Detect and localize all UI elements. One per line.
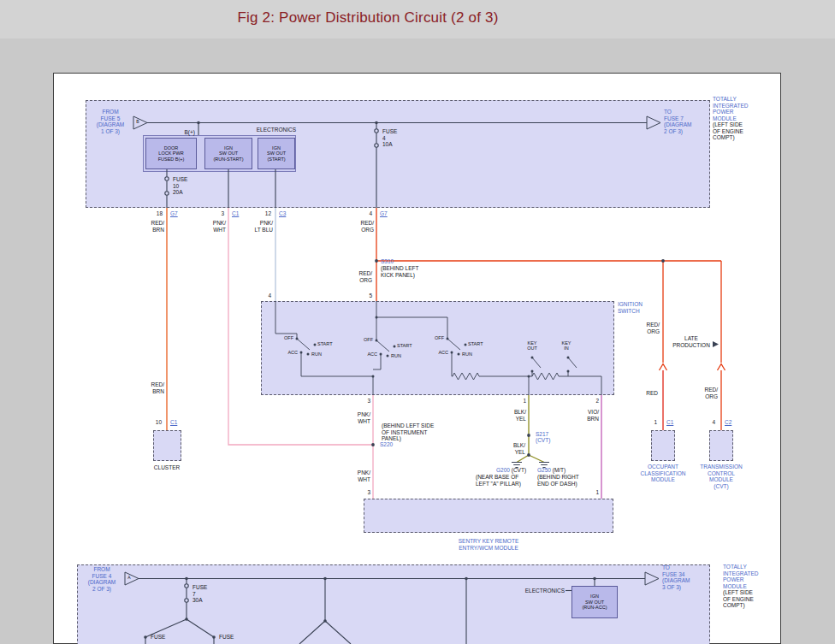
pos-acc-3: ACC (433, 350, 448, 355)
wire-label-red-org: RED/ ORG (350, 220, 374, 233)
ground-g250-name: G250 (537, 467, 551, 473)
cluster-name: CLUSTER (147, 464, 187, 471)
pos-acc-1: ACC (282, 350, 298, 355)
cluster-connector-c1: C1 (170, 419, 184, 426)
connector-c1: C1 (232, 210, 246, 217)
sentry-key-module-box (364, 499, 613, 533)
ignition-pin-1: 1 (514, 398, 526, 405)
tipm-top-name: TOTALLY INTEGRATED POWER MODULE (713, 96, 774, 121)
ocm-box (651, 430, 675, 461)
wire-label-vio-brn: VIO/ BRN (575, 409, 599, 422)
pos-start-2: START (397, 343, 418, 348)
ground-split-dot (527, 453, 530, 457)
output-door-lock-pwr-label: DOOR LOCK PWR FUSED B(+) (158, 145, 185, 162)
ignition-pin-4: 4 (259, 292, 271, 299)
ground-g200-location: (NEAR BASE OF LEFT "A" PILLAR) (476, 474, 534, 487)
red-org-junction-dot (661, 259, 665, 263)
wire-label-blk-yel: BLK/ YEL (502, 409, 526, 422)
ground-g200-note: (CVT) (512, 467, 526, 473)
ground-g250-note: (M/T) (553, 467, 566, 473)
wire-label-red-org-2: RED/ ORG (348, 270, 372, 283)
pin-18: 18 (151, 210, 163, 217)
connector-g7: G7 (170, 210, 184, 217)
output-ign-sw-out-run-start: IGN SW OUT (RUN-START) (204, 138, 252, 169)
pos-off-2: OFF (358, 337, 373, 342)
sentry-pin-3: 3 (358, 489, 370, 496)
ground-g250-location: (BEHIND RIGHT END OF DASH) (537, 474, 594, 487)
output-ign-sw-out-run-acc: IGN SW OUT (RUN-ACC) (571, 586, 618, 618)
tcm-pin-4: 4 (703, 419, 715, 426)
fuse10-label: FUSE 10 20A (173, 176, 195, 196)
splice-s217-dot (527, 434, 530, 437)
to-fuse7-label: TO FUSE 7 (DIAGRAM 2 OF 3) (664, 109, 708, 134)
output-ign-sw-out-run-acc-label: IGN SW OUT (RUN-ACC) (582, 594, 607, 611)
connector-g7-2: G7 (380, 210, 394, 217)
tipm-top-location: (LEFT SIDE OF ENGINE COMPT) (713, 121, 774, 141)
ocm-pin-1: 1 (645, 419, 657, 426)
from-fuse4-label: FROM FUSE 4 (DIAGRAM 2 OF 3) (80, 566, 123, 592)
late-production-arrowheads (660, 364, 725, 371)
splice-s217-note: (CVT) (536, 437, 558, 444)
wire-label-pnk-wht: PNK/ WHT (204, 220, 226, 233)
pos-off-1: OFF (278, 335, 293, 340)
output-ign-sw-out-run-start-label: IGN SW OUT (RUN-START) (214, 145, 244, 162)
ignition-pin-2: 2 (587, 398, 599, 405)
splice-s310-name: S310 (381, 258, 415, 265)
pos-run-2: RUN (391, 353, 408, 358)
splice-s220-location: (BEHIND LEFT SIDE OF INSTRUMENT PANEL) (382, 422, 436, 442)
bplus-label: B(+) (176, 129, 195, 136)
cluster-box (153, 430, 181, 461)
diagram-canvas: Fig 2: Power Distribution Circuit (2 of … (0, 0, 835, 644)
from-arrow-letter-2: A (124, 576, 134, 580)
wire-label-red-org-3: RED/ ORG (636, 322, 660, 334)
sentry-module-name: SENTRY KEY REMOTE ENTRY/WCM MODULE (419, 538, 558, 551)
output-door-lock-pwr: DOOR LOCK PWR FUSED B(+) (145, 138, 197, 169)
ignition-pin-5: 5 (360, 292, 372, 299)
tipm-bottom-location: (LEFT SIDE OF ENGINE COMPT) (723, 589, 785, 609)
key-in-label: KEY IN (557, 340, 576, 352)
pos-run-3: RUN (462, 352, 479, 357)
ground-g200-row: G200 (CVT) (496, 467, 539, 474)
pos-off-3: OFF (429, 335, 444, 340)
pos-run-1: RUN (311, 352, 329, 357)
ignition-pin-3: 3 (358, 398, 370, 405)
pin-12: 12 (259, 210, 271, 217)
ocm-name: OCCUPANT CLASSIFICATION MODULE (632, 464, 694, 483)
wire-label-pnk-lt-blu: PNK/ LT BLU (247, 220, 273, 233)
pin-3: 3 (214, 210, 224, 217)
fuse-right-label: FUSE (219, 634, 245, 641)
tcm-name: TRANSMISSION CONTROL MODULE (CVT) (690, 464, 752, 489)
fuse4-label: FUSE 4 10A (382, 128, 405, 148)
output-ign-sw-out-start: IGN SW OUT (START) (258, 138, 295, 169)
pos-acc-2: ACC (362, 352, 377, 357)
wire-label-red-org-4: RED/ ORG (694, 387, 718, 399)
wire-label-pnk-wht-2: PNK/ WHT (346, 411, 370, 424)
tipm-bottom-name: TOTALLY INTEGRATED POWER MODULE (723, 564, 785, 589)
from-fuse5-label: FROM FUSE 5 (DIAGRAM 1 OF 3) (89, 109, 132, 134)
tcm-connector-c2: C2 (725, 419, 738, 426)
ground-g250-row: G250 (M/T) (537, 467, 580, 474)
wire-label-pnk-wht-3: PNK/ WHT (346, 470, 370, 482)
wire-label-red: RED (637, 390, 658, 397)
ignition-switch-name: IGNITION SWITCH (618, 301, 660, 314)
electronics-label: ELECTRONICS (245, 127, 296, 133)
sentry-pin-1: 1 (587, 489, 599, 496)
wire-label-blk-yel-2: BLK/ YEL (501, 442, 525, 455)
late-production-label: LATE PRODUCTION (669, 335, 714, 348)
pos-start-3: START (468, 341, 489, 346)
to-fuse34-label: TO FUSE 34 (DIAGRAM 3 OF 3) (662, 564, 708, 590)
splice-s310-dot (375, 259, 378, 263)
pin-4: 4 (360, 210, 372, 217)
splice-s220-dot (371, 443, 375, 446)
cluster-pin-10: 10 (148, 419, 162, 426)
fuse7-label: FUSE 7 30A (192, 584, 215, 604)
late-production-pointer (713, 341, 719, 347)
connector-c3: C3 (279, 210, 293, 217)
key-out-label: KEY OUT (521, 340, 543, 352)
fuse-left-label: FUSE (151, 634, 176, 641)
pos-start-1: START (317, 341, 338, 346)
output-ign-sw-out-start-label: IGN SW OUT (START) (267, 145, 286, 162)
from-arrow-letter: B (133, 120, 143, 124)
splice-s220-name: S220 (380, 441, 406, 448)
diagram-layer: DOOR LOCK PWR FUSED B(+) IGN SW OUT (RUN… (0, 0, 835, 644)
